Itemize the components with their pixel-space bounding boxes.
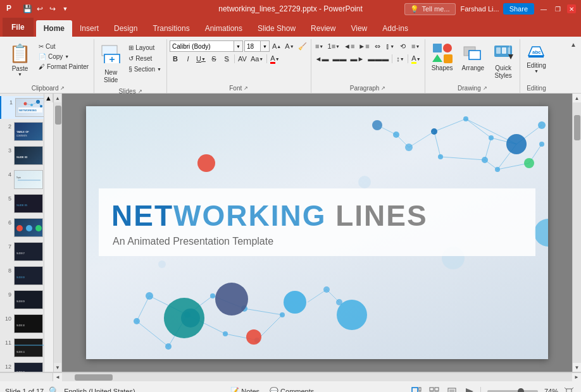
main-scroll-thumb[interactable] (574, 115, 580, 140)
minimize-button[interactable]: — (539, 4, 548, 13)
editing-dropdown[interactable]: ▼ (534, 69, 539, 73)
editing-button[interactable]: abc Editing ▼ (523, 40, 550, 76)
slide-scroll-up[interactable]: ▲ (53, 94, 62, 102)
slide-thumb-6[interactable]: 6 (0, 216, 44, 239)
main-scroll-down[interactable]: ▼ (573, 363, 582, 372)
tab-view[interactable]: View (343, 20, 375, 37)
slide-show-button[interactable] (463, 386, 477, 393)
slide-scroll-thumb[interactable] (55, 106, 61, 125)
slide-canvas[interactable]: NETWORKING LINES An Animated Presentatio… (86, 106, 548, 359)
qat-customize-icon[interactable]: ▼ (59, 3, 71, 15)
text-direction-button[interactable]: ⟲ (397, 40, 409, 52)
format-painter-button[interactable]: 🖌 Format Painter (36, 62, 91, 71)
h-scroll-thumb[interactable] (75, 374, 113, 381)
tab-home[interactable]: Home (36, 20, 72, 37)
increase-font-button[interactable]: A▲ (271, 40, 282, 52)
underline-button[interactable]: U ▼ (195, 53, 207, 64)
numbering-button[interactable]: 1≡ ▼ (327, 40, 341, 52)
char-spacing-button[interactable]: AV (237, 53, 248, 64)
italic-button[interactable]: I (182, 53, 194, 64)
undo-icon[interactable]: ↩ (34, 3, 46, 15)
tab-design[interactable]: Design (106, 20, 145, 37)
copy-button[interactable]: 📄 Copy ▼ (36, 52, 91, 61)
redo-icon[interactable]: ↪ (47, 3, 58, 15)
font-size-combo[interactable]: 18 ▼ (244, 40, 270, 52)
font-size-dropdown-icon[interactable]: ▼ (260, 41, 269, 51)
zoom-slider[interactable] (487, 390, 538, 393)
tab-file[interactable]: File (3, 18, 34, 37)
bullets-button[interactable]: ≡ ▼ (314, 40, 325, 52)
h-scrollbar[interactable]: ◄ ► (53, 372, 581, 381)
bold-button[interactable]: B (170, 53, 181, 64)
zoom-thumb[interactable] (518, 388, 524, 393)
slide-thumb-2[interactable]: 2 TABLE OFCONTENTS (0, 120, 44, 143)
restore-button[interactable]: ❐ (553, 4, 562, 13)
smart-art-button[interactable]: ⇔ (372, 40, 384, 52)
h-scroll-left[interactable]: ◄ (53, 372, 62, 381)
slide-thumb-1[interactable]: 1 NETWORKING (0, 96, 44, 119)
columns-button[interactable]: ⫿ ▼ (385, 40, 396, 52)
tab-add-ins[interactable]: Add-ins (375, 20, 416, 37)
slide-scroll-down[interactable]: ▼ (53, 363, 62, 372)
reading-view-button[interactable] (445, 386, 459, 393)
tab-transitions[interactable]: Transitions (145, 20, 197, 37)
paste-button[interactable]: 📋 Paste ▼ (5, 40, 35, 79)
new-slide-button[interactable]: NewSlide (97, 40, 125, 87)
main-v-scrollbar[interactable]: ▲ ▼ (572, 94, 581, 372)
decrease-font-button[interactable]: A▼ (284, 40, 295, 52)
fit-slide-button[interactable] (562, 386, 576, 393)
strikethrough-button[interactable]: S (208, 53, 220, 64)
para-color-button[interactable]: A ▼ (410, 53, 422, 64)
align-text-button[interactable]: ≡ ▼ (410, 40, 422, 52)
normal-view-button[interactable] (409, 386, 423, 393)
reset-button[interactable]: ↺ Reset (126, 54, 164, 63)
columns-dropdown[interactable]: ▼ (390, 44, 394, 49)
font-name-dropdown-icon[interactable]: ▼ (234, 41, 242, 51)
main-scroll-up[interactable]: ▲ (573, 94, 582, 102)
font-size-input[interactable]: 18 (245, 43, 260, 50)
font-expand-icon[interactable]: ↗ (244, 85, 248, 91)
underline-dropdown[interactable]: ▼ (201, 57, 206, 61)
line-spacing-button[interactable]: ↕ ▼ (394, 53, 406, 64)
slide-thumb-11[interactable]: 11 SLIDE 11 (0, 336, 44, 359)
align-right-button[interactable]: ▬► (349, 53, 365, 64)
notes-button[interactable]: 📝 Notes (227, 386, 263, 392)
slide-title-box[interactable]: NETWORKING LINES An Animated Presentatio… (99, 188, 535, 256)
bullets-dropdown[interactable]: ▼ (319, 44, 323, 49)
numbering-dropdown[interactable]: ▼ (335, 44, 340, 49)
align-center-button[interactable]: ▬▬ (331, 53, 347, 64)
drawing-expand-icon[interactable]: ↗ (483, 85, 487, 91)
slide-thumb-9[interactable]: 9 SLIDE 09 (0, 288, 44, 311)
slide-thumb-8[interactable]: 8 SLIDE 08 (0, 264, 44, 287)
para-color-dropdown[interactable]: ▼ (416, 57, 421, 61)
h-scroll-right[interactable]: ► (572, 372, 581, 381)
arrange-button[interactable]: Arrange (458, 40, 489, 74)
shapes-button[interactable]: Shapes (428, 40, 457, 74)
clear-format-button[interactable]: 🧹 (297, 40, 308, 52)
tab-review[interactable]: Review (303, 20, 343, 37)
paragraph-expand-icon[interactable]: ↗ (381, 85, 385, 91)
layout-button[interactable]: ⊞ Layout (126, 43, 164, 52)
font-color-button[interactable]: A ▼ (269, 53, 280, 64)
clipboard-expand-icon[interactable]: ↗ (60, 85, 65, 91)
align-text-dropdown[interactable]: ▼ (415, 44, 420, 49)
change-case-button[interactable]: Aa▼ (249, 53, 265, 64)
share-button[interactable]: Share (503, 3, 534, 15)
save-icon[interactable]: 💾 (22, 3, 33, 15)
align-left-button[interactable]: ◄▬ (314, 53, 330, 64)
slide-thumb-3[interactable]: 3 SLIDE 03 (0, 144, 44, 167)
slide-thumb-7[interactable]: 7 SLIDE 07 (0, 240, 44, 263)
cut-button[interactable]: ✂ Cut (36, 42, 91, 51)
tell-me-box[interactable]: 💡 Tell me... (404, 3, 455, 15)
increase-indent-button[interactable]: ►≡ (357, 40, 370, 52)
comments-button[interactable]: 💬 Comments (266, 386, 318, 392)
close-button[interactable]: ✕ (567, 4, 576, 13)
slide-sorter-button[interactable] (427, 386, 441, 393)
ribbon-collapse-button[interactable]: ▲ (568, 39, 578, 49)
slide-thumb-4[interactable]: 4 Topic (0, 168, 44, 191)
quick-styles-button[interactable]: QuickStyles (489, 40, 517, 82)
font-name-combo[interactable]: Calibri (Body) ▼ (170, 40, 243, 52)
slide-thumb-12[interactable]: 12 SLIDE 12 (0, 360, 44, 372)
font-name-input[interactable]: Calibri (Body) (170, 43, 234, 50)
shadow-button[interactable]: S (221, 53, 232, 64)
